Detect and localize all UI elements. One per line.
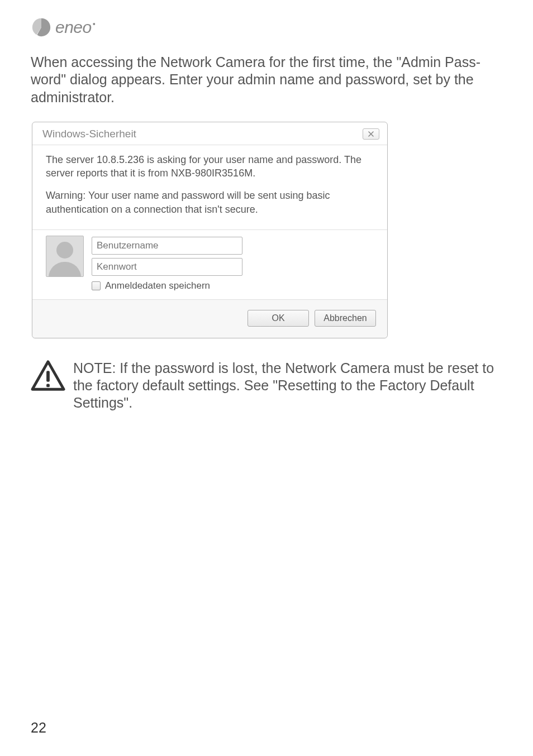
- password-input[interactable]: [92, 258, 242, 276]
- credential-fields: Anmeldedaten speichern: [92, 236, 242, 291]
- auth-dialog: Windows-Sicherheit The server 10.8.5.236…: [32, 122, 388, 338]
- dialog-message-2: Warning: Your user name and password wil…: [46, 189, 374, 216]
- note-section: NOTE: If the password is lost, the Netwo…: [31, 360, 505, 412]
- dialog-titlebar: Windows-Sicherheit: [32, 122, 387, 145]
- remember-checkbox[interactable]: [92, 281, 101, 290]
- user-avatar-icon: [46, 236, 84, 277]
- remember-label: Anmeldedaten speichern: [105, 280, 210, 291]
- intro-paragraph: When accessing the Network Camera for th…: [31, 54, 505, 106]
- page-number: 22: [31, 720, 46, 736]
- brand-logo-text: eneo•: [55, 18, 95, 37]
- svg-rect-1: [46, 384, 50, 387]
- note-text: NOTE: If the password is lost, the Netwo…: [73, 360, 505, 412]
- dialog-title: Windows-Sicherheit: [42, 128, 136, 140]
- username-input[interactable]: [92, 237, 242, 255]
- remember-credentials-row[interactable]: Anmeldedaten speichern: [92, 280, 242, 291]
- brand-logo-icon: [31, 17, 52, 38]
- credentials-row: Anmeldedaten speichern: [32, 230, 387, 300]
- svg-rect-0: [46, 371, 50, 381]
- cancel-button[interactable]: Abbrechen: [315, 310, 376, 327]
- warning-icon: [31, 360, 65, 392]
- brand-logo: eneo•: [31, 17, 505, 38]
- dialog-body: The server 10.8.5.236 is asking for your…: [32, 145, 387, 230]
- ok-button[interactable]: OK: [248, 310, 309, 327]
- dialog-footer: OK Abbrechen: [32, 300, 387, 338]
- close-button[interactable]: [363, 128, 379, 140]
- dialog-message-1: The server 10.8.5.236 is asking for your…: [46, 153, 374, 180]
- close-icon: [368, 131, 374, 137]
